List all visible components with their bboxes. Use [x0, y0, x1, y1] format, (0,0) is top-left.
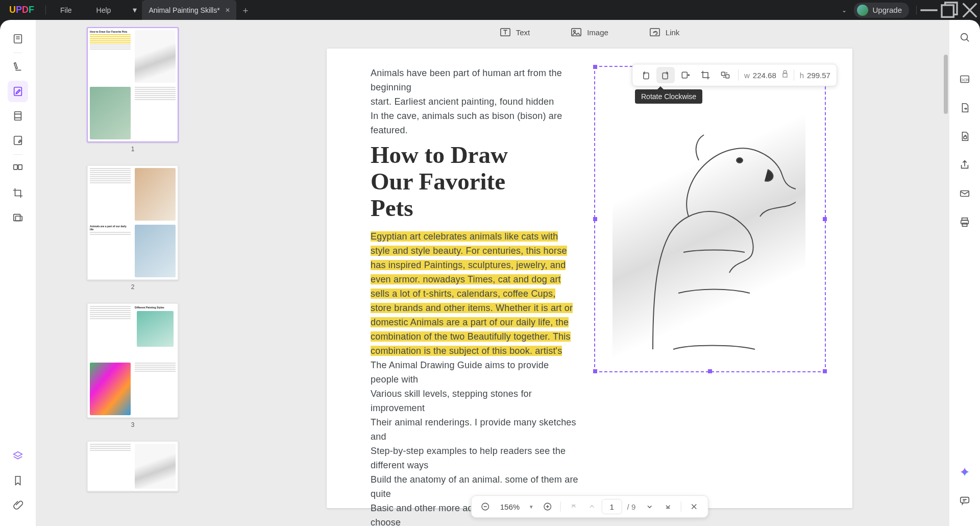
tab-title: Animal Painting Skills*	[149, 6, 219, 14]
replace-image-button[interactable]	[716, 67, 734, 83]
svg-rect-7	[14, 214, 20, 221]
sep	[916, 6, 917, 15]
scrollbar-thumb[interactable]	[944, 55, 948, 114]
page-total: / 9	[623, 503, 640, 511]
close-button[interactable]	[960, 0, 980, 20]
edit-text-button[interactable]: Text	[500, 27, 530, 37]
minimize-button[interactable]	[919, 0, 939, 20]
edit-image-label: Image	[587, 28, 608, 37]
last-page-button[interactable]	[659, 498, 676, 515]
page-thumbnail[interactable]: How to Draw Our Favorite Pets	[87, 27, 179, 142]
zoom-dropdown-icon[interactable]: ▼	[529, 504, 538, 510]
thumb-number: 1	[131, 146, 135, 153]
bookmark-button[interactable]	[8, 470, 28, 491]
extract-image-button[interactable]	[676, 67, 695, 83]
page-thumbnail[interactable]: Different Painting Styles	[87, 303, 179, 418]
reader-tool[interactable]	[8, 28, 28, 50]
crop-tool[interactable]	[8, 182, 28, 204]
first-page-button[interactable]	[565, 498, 582, 515]
svg-rect-28	[962, 223, 967, 226]
svg-rect-17	[722, 72, 725, 76]
svg-rect-29	[961, 497, 969, 503]
svg-rect-5	[14, 165, 17, 170]
intro-text: Animals have been part of human art from…	[371, 66, 579, 137]
tooltip: Rotate Clockwise	[635, 89, 702, 104]
close-bar-button[interactable]	[685, 498, 702, 515]
svg-rect-3	[15, 112, 21, 121]
email-button[interactable]	[954, 183, 975, 204]
edit-image-button[interactable]: Image	[571, 27, 608, 37]
zoom-in-button[interactable]	[539, 498, 556, 515]
edit-link-label: Link	[666, 28, 680, 37]
edit-link-button[interactable]: Link	[649, 27, 680, 37]
comment-tool[interactable]	[8, 56, 28, 78]
svg-text:OCR: OCR	[961, 78, 969, 82]
next-page-button[interactable]	[641, 498, 658, 515]
prev-page-button[interactable]	[583, 498, 601, 515]
logo: UPDF	[0, 5, 43, 15]
image-edit-toolbar: w224.68 h299.57	[632, 64, 837, 86]
share-button[interactable]	[954, 155, 975, 175]
organize-tool[interactable]	[8, 158, 28, 179]
ai-button[interactable]	[954, 462, 975, 482]
svg-rect-24	[964, 136, 967, 139]
attachment-button[interactable]	[8, 494, 28, 516]
svg-point-11	[574, 30, 576, 32]
chat-button[interactable]	[954, 490, 975, 511]
redact-tool[interactable]	[8, 207, 28, 228]
zoom-value[interactable]: 156%	[495, 503, 528, 511]
svg-point-13	[737, 158, 743, 163]
upgrade-label: Upgrade	[872, 6, 902, 14]
menu-help[interactable]: Help	[84, 0, 124, 20]
height-field[interactable]: h299.57	[798, 71, 832, 80]
page-tool[interactable]	[8, 105, 28, 127]
page-heading: How to Draw Our Favorite Pets	[371, 141, 524, 221]
width-field[interactable]: w224.68	[742, 71, 778, 80]
protect-button[interactable]	[954, 126, 975, 147]
svg-rect-16	[682, 72, 687, 78]
zoom-out-button[interactable]	[477, 498, 494, 515]
page-input[interactable]	[602, 499, 622, 514]
crop-image-button[interactable]	[696, 67, 715, 83]
sep	[560, 501, 561, 512]
sep	[794, 69, 794, 81]
rotate-right-button[interactable]	[656, 67, 675, 83]
svg-rect-0	[942, 5, 953, 17]
search-button[interactable]	[954, 27, 975, 47]
svg-rect-6	[18, 165, 22, 170]
document-page: Animals have been part of human art from…	[327, 49, 852, 508]
form-tool[interactable]	[8, 130, 28, 151]
maximize-button[interactable]	[939, 0, 960, 20]
menu-file[interactable]: File	[48, 0, 84, 20]
ocr-button[interactable]: OCR	[954, 69, 975, 89]
print-button[interactable]	[954, 212, 975, 232]
page-thumbnail[interactable]	[87, 441, 179, 492]
avatar-icon	[857, 5, 868, 16]
lock-aspect-icon[interactable]	[780, 69, 790, 81]
export-button[interactable]	[954, 98, 975, 118]
document-tab[interactable]: Animal Painting Skills* ✕	[142, 0, 236, 20]
zoom-bar: 156% ▼ / 9	[471, 495, 708, 518]
layers-button[interactable]	[8, 445, 28, 467]
svg-rect-8	[15, 216, 22, 221]
sep	[680, 501, 681, 512]
svg-point-21	[961, 34, 968, 40]
edit-text-label: Text	[516, 28, 530, 37]
upgrade-button[interactable]: Upgrade	[854, 3, 909, 18]
dog-sketch-image	[612, 66, 805, 367]
close-icon[interactable]: ✕	[225, 7, 230, 14]
sep	[45, 6, 46, 15]
sep	[13, 154, 22, 155]
edit-pdf-tool[interactable]	[8, 81, 28, 102]
highlighted-text: Egyptian art celebrates animals like cat…	[371, 229, 579, 358]
selected-image[interactable]	[594, 66, 808, 367]
tab-list-button[interactable]: ▾	[127, 0, 142, 20]
page-thumbnail[interactable]: Animals are a part of our daily life	[87, 165, 179, 280]
collapse-chevron-icon[interactable]: ⌄	[835, 7, 854, 14]
sep	[738, 69, 739, 81]
new-tab-button[interactable]: ＋	[236, 0, 255, 20]
thumb-number: 3	[131, 421, 135, 428]
rotate-left-button[interactable]	[636, 67, 655, 83]
svg-rect-18	[726, 75, 729, 78]
sep	[13, 53, 22, 53]
